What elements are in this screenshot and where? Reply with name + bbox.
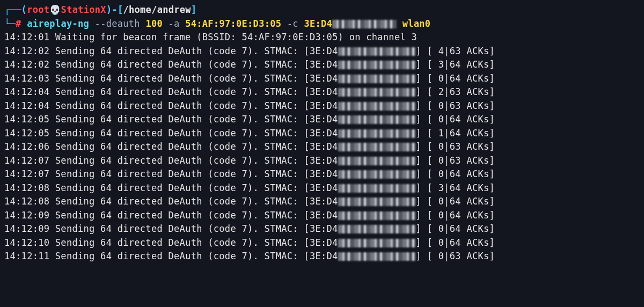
log-prefix: Sending 64 directed DeAuth (code 7). STM… xyxy=(49,210,338,221)
prompt-line-1: ┌──(root💀StationX)-[/home/andrew] xyxy=(4,3,640,17)
log-prefix: Sending 64 directed DeAuth (code 7). STM… xyxy=(49,73,338,84)
log-ts: 14:12:04 xyxy=(4,100,49,111)
log-acks: ] [ 0|63 ACKs] xyxy=(416,141,495,152)
terminal-window[interactable]: { "prompt": { "line1_pre": "┌──(", "user… xyxy=(0,0,644,307)
redacted-mac-icon xyxy=(338,75,416,83)
redacted-mac-icon xyxy=(338,61,416,69)
log-prefix: Sending 64 directed DeAuth (code 7). STM… xyxy=(49,128,338,138)
log-line: 14:12:08 Sending 64 directed DeAuth (cod… xyxy=(4,195,640,209)
cmd-flag-a: -a xyxy=(163,18,180,29)
log-prefix: Sending 64 directed DeAuth (code 7). STM… xyxy=(49,182,338,193)
log-ts: 14:12:11 xyxy=(4,251,49,261)
log-line: 14:12:11 Sending 64 directed DeAuth (cod… xyxy=(4,250,640,264)
log-acks: ] [ 0|64 ACKs] xyxy=(416,223,495,234)
log-acks: ] [ 0|63 ACKs] xyxy=(416,155,495,166)
cmd-flag-c: -c xyxy=(281,18,298,29)
redacted-mac-icon xyxy=(332,20,397,28)
log-line: 14:12:05 Sending 64 directed DeAuth (cod… xyxy=(4,113,640,127)
redacted-mac-icon xyxy=(338,47,416,56)
log-prefix: Sending 64 directed DeAuth (code 7). STM… xyxy=(49,223,338,234)
redacted-mac-icon xyxy=(338,184,416,193)
prompt-path: /home/andrew xyxy=(123,4,191,15)
log-ts: 14:12:06 xyxy=(4,141,49,152)
log-acks: ] [ 0|63 ACKs] xyxy=(416,100,495,111)
log-ts: 14:12:07 xyxy=(4,169,49,179)
redacted-mac-icon xyxy=(338,115,416,124)
log-line: 14:12:08 Sending 64 directed DeAuth (cod… xyxy=(4,181,640,195)
prompt-line-2: └─# aireplay-ng --deauth 100 -a 54:AF:97… xyxy=(4,17,640,31)
log-acks: ] [ 3|64 ACKs] xyxy=(416,182,495,193)
log-acks: ] [ 1|64 ACKs] xyxy=(416,128,495,138)
cmd-bssid: 54:AF:97:0E:D3:05 xyxy=(180,18,282,29)
log-acks: ] [ 0|64 ACKs] xyxy=(416,114,495,125)
log-prefix: Sending 64 directed DeAuth (code 7). STM… xyxy=(49,237,338,248)
log-prefix: Sending 64 directed DeAuth (code 7). STM… xyxy=(49,86,338,97)
cmd-count: 100 xyxy=(140,18,163,29)
cmd-iface: wlan0 xyxy=(397,18,430,29)
log-ts: 14:12:09 xyxy=(4,223,49,234)
log-ts: 14:12:09 xyxy=(4,210,49,221)
log-acks: ] [ 0|64 ACKs] xyxy=(416,237,495,248)
log-prefix: Sending 64 directed DeAuth (code 7). STM… xyxy=(49,141,338,152)
log-line: 14:12:07 Sending 64 directed DeAuth (cod… xyxy=(4,154,640,168)
redacted-mac-icon xyxy=(338,170,416,179)
log-acks: ] [ 3|64 ACKs] xyxy=(416,59,495,70)
prompt-host: StationX xyxy=(61,4,106,15)
cmd-name: aireplay-ng xyxy=(27,18,89,29)
log-line: 14:12:05 Sending 64 directed DeAuth (cod… xyxy=(4,127,640,141)
redacted-mac-icon xyxy=(338,88,416,97)
log-line: 14:12:02 Sending 64 directed DeAuth (cod… xyxy=(4,58,640,72)
log-ts: 14:12:07 xyxy=(4,155,49,166)
log-acks: ] [ 0|64 ACKs] xyxy=(416,210,495,221)
log-acks: ] [ 0|64 ACKs] xyxy=(416,73,495,84)
log-ts: 14:12:08 xyxy=(4,182,49,193)
log-line: 14:12:07 Sending 64 directed DeAuth (cod… xyxy=(4,167,640,181)
log-ts: 14:12:05 xyxy=(4,114,49,125)
redacted-mac-icon xyxy=(338,102,416,111)
prompt-user: root xyxy=(27,4,49,15)
log-acks: ] [ 0|63 ACKs] xyxy=(416,251,495,261)
redacted-mac-icon xyxy=(338,129,416,138)
log-line: 14:12:10 Sending 64 directed DeAuth (cod… xyxy=(4,236,640,250)
log-line: 14:12:09 Sending 64 directed DeAuth (cod… xyxy=(4,209,640,223)
log-output: 14:12:02 Sending 64 directed DeAuth (cod… xyxy=(4,45,640,264)
prompt-frame-end: ] xyxy=(191,4,197,15)
log-line: 14:12:02 Sending 64 directed DeAuth (cod… xyxy=(4,45,640,59)
log-ts: 14:12:02 xyxy=(4,46,49,56)
redacted-mac-icon xyxy=(338,225,416,233)
log-line: 14:12:06 Sending 64 directed DeAuth (cod… xyxy=(4,140,640,154)
log-prefix: Sending 64 directed DeAuth (code 7). STM… xyxy=(49,251,338,261)
log-line: 14:12:04 Sending 64 directed DeAuth (cod… xyxy=(4,85,640,99)
redacted-mac-icon xyxy=(338,198,416,206)
log-ts: 14:12:05 xyxy=(4,128,49,138)
log-prefix: Sending 64 directed DeAuth (code 7). STM… xyxy=(49,155,338,166)
log-ts: 14:12:02 xyxy=(4,59,49,70)
log-prefix: Sending 64 directed DeAuth (code 7). STM… xyxy=(49,59,338,70)
redacted-mac-icon xyxy=(338,239,416,247)
log-ts: 14:12:04 xyxy=(4,86,49,97)
log-acks: ] [ 2|63 ACKs] xyxy=(416,86,495,97)
log-prefix: Sending 64 directed DeAuth (code 7). STM… xyxy=(49,114,338,125)
log-prefix: Sending 64 directed DeAuth (code 7). STM… xyxy=(49,100,338,111)
log-acks: ] [ 0|64 ACKs] xyxy=(416,196,495,207)
log-line: 14:12:09 Sending 64 directed DeAuth (cod… xyxy=(4,222,640,236)
redacted-mac-icon xyxy=(338,157,416,165)
prompt-frame-bottom: └─ xyxy=(4,18,16,29)
redacted-mac-icon xyxy=(338,211,416,220)
log-prefix: Sending 64 directed DeAuth (code 7). STM… xyxy=(49,169,338,179)
log-waiting: 14:12:01 Waiting for beacon frame (BSSID… xyxy=(4,31,640,45)
log-acks: ] [ 4|63 ACKs] xyxy=(416,46,495,56)
log-ts: 14:12:03 xyxy=(4,73,49,84)
cmd-client-prefix: 3E:D4 xyxy=(298,18,332,29)
log-line: 14:12:03 Sending 64 directed DeAuth (cod… xyxy=(4,72,640,86)
prompt-frame-top: ┌──( xyxy=(4,4,27,15)
prompt-frame-mid: )-[ xyxy=(106,4,123,15)
prompt-hash: # xyxy=(16,18,21,29)
log-line: 14:12:04 Sending 64 directed DeAuth (cod… xyxy=(4,99,640,113)
log-prefix: Sending 64 directed DeAuth (code 7). STM… xyxy=(49,196,338,207)
cmd-flag-deauth: --deauth xyxy=(89,18,140,29)
log-ts: 14:12:08 xyxy=(4,196,49,207)
log-prefix: Sending 64 directed DeAuth (code 7). STM… xyxy=(49,46,338,56)
log-ts: 14:12:01 xyxy=(4,32,49,42)
redacted-mac-icon xyxy=(338,252,416,261)
